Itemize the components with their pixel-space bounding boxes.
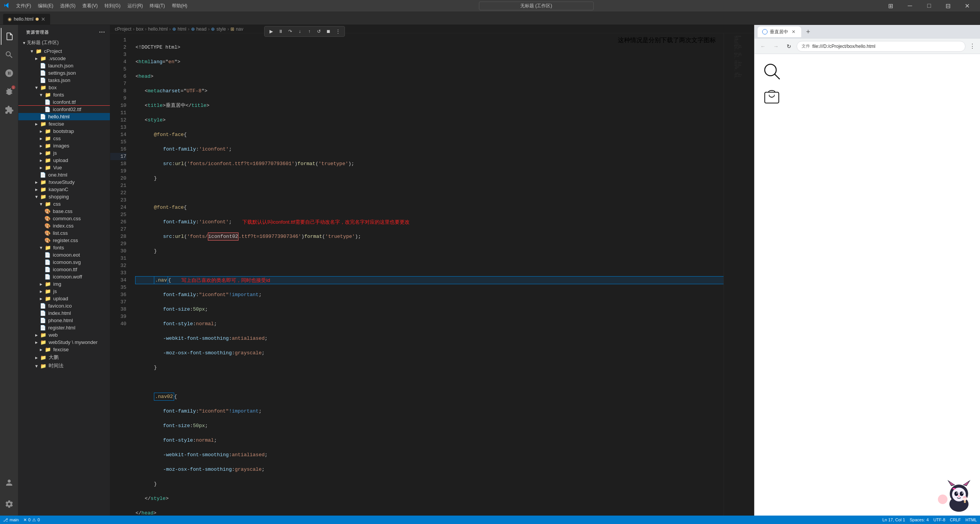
browser-forward-button[interactable]: → bbox=[771, 41, 781, 52]
sidebar-item-js2[interactable]: ▸ 📁 js bbox=[18, 288, 110, 295]
debug-stepover[interactable]: ↷ bbox=[286, 27, 294, 36]
debug-continue[interactable]: ▶ bbox=[267, 27, 275, 36]
sidebar-item-kaoyc[interactable]: ▸ 📁 kaoyanC bbox=[18, 186, 110, 193]
sidebar-item-hello[interactable]: 📄 hello.html bbox=[18, 113, 110, 120]
activity-settings[interactable] bbox=[1, 496, 18, 513]
sidebar-item-iconfont02[interactable]: 📄 iconfont02.ttf bbox=[18, 106, 110, 113]
maximize-button[interactable]: □ bbox=[920, 0, 938, 11]
activity-git[interactable] bbox=[1, 65, 18, 82]
sidebar-item-shopping-fonts[interactable]: ▾ 📁 fonts bbox=[18, 244, 110, 251]
sidebar-item-register-html[interactable]: 📄 register.html bbox=[18, 324, 110, 331]
status-spaces[interactable]: Spaces: 4 bbox=[910, 517, 929, 522]
debug-stepin[interactable]: ↓ bbox=[296, 27, 304, 36]
activity-accounts[interactable] bbox=[1, 474, 18, 491]
menu-help[interactable]: 帮助(H) bbox=[169, 2, 191, 10]
tab-close-button[interactable]: ✕ bbox=[41, 16, 46, 22]
browser-address-bar[interactable]: 文件 file:///D:/cProject/box/hello.html bbox=[797, 41, 965, 52]
debug-restart[interactable]: ↺ bbox=[315, 27, 323, 36]
sidebar-item-iconfont[interactable]: 📄 iconfont.ttf bbox=[18, 98, 110, 106]
sidebar-item-upload2[interactable]: ▸ 📁 upload bbox=[18, 295, 110, 302]
debug-more[interactable]: ⋮ bbox=[334, 27, 342, 36]
sidebar-item-shopping[interactable]: ▾ 📁 shopping bbox=[18, 193, 110, 200]
debug-stop[interactable]: ⏹ bbox=[324, 27, 333, 36]
browser-new-tab-button[interactable]: + bbox=[803, 26, 813, 37]
menu-view[interactable]: 查看(V) bbox=[79, 2, 101, 10]
sidebar-item-images[interactable]: ▸ 📁 images bbox=[18, 142, 110, 149]
sidebar-item-bootstrap[interactable]: ▸ 📁 bootstrap bbox=[18, 128, 110, 135]
sidebar-item-shijianfa[interactable]: ▾ 📁 时间法 bbox=[18, 362, 110, 370]
sidebar-item-box[interactable]: ▾ 📁 box bbox=[18, 84, 110, 91]
workspace-title[interactable]: ▾ 无标题 (工作区) bbox=[18, 38, 110, 47]
sidebar-item-icomoon-svg[interactable]: 📄 icomoon.svg bbox=[18, 259, 110, 266]
sidebar-item-fexcise[interactable]: ▸ 📁 fexcise bbox=[18, 120, 110, 128]
status-branch[interactable]: ⎇ main bbox=[3, 517, 19, 522]
sidebar-item-js[interactable]: ▸ 📁 js bbox=[18, 149, 110, 157]
status-language[interactable]: HTML bbox=[965, 517, 977, 522]
breadcrumb-head[interactable]: head bbox=[196, 26, 207, 32]
menu-goto[interactable]: 转到(G) bbox=[101, 2, 123, 10]
menu-select[interactable]: 选择(S) bbox=[57, 2, 78, 10]
sidebar-item-index-css[interactable]: 🎨 index.css bbox=[18, 222, 110, 229]
status-position[interactable]: Ln 17, Col 1 bbox=[882, 517, 905, 522]
debug-pause[interactable]: ⏸ bbox=[276, 27, 285, 36]
sidebar-item-vue[interactable]: ▸ 📁 Vue bbox=[18, 164, 110, 171]
sidebar-item-web[interactable]: ▸ 📁 web bbox=[18, 331, 110, 339]
sidebar-item-icomoon-ttf[interactable]: 📄 icomoon.ttf bbox=[18, 266, 110, 273]
activity-extensions[interactable] bbox=[1, 102, 18, 118]
tile-button[interactable]: ⊟ bbox=[939, 0, 957, 11]
status-errors[interactable]: ✕ 0 ⚠ 0 bbox=[23, 517, 40, 522]
editor-tab[interactable]: ◉ hello.html ✕ bbox=[3, 14, 50, 25]
sidebar-item-common-css[interactable]: 🎨 common.css bbox=[18, 215, 110, 222]
sidebar-item-hxvue[interactable]: ▸ 📁 hxvueStudy bbox=[18, 178, 110, 186]
browser-back-button[interactable]: ← bbox=[758, 41, 768, 52]
code-editor[interactable]: 12345 678910 1112131415 1617 1819202122 … bbox=[110, 33, 754, 516]
sidebar-item-icomoon-woff[interactable]: 📄 icomoon.woff bbox=[18, 273, 110, 280]
sidebar-item-launch[interactable]: 📄 launch.json bbox=[18, 62, 110, 69]
breadcrumb-nav[interactable]: nav bbox=[236, 26, 243, 32]
title-search[interactable]: 无标题 (工作区) bbox=[479, 2, 594, 10]
debug-stepout[interactable]: ↑ bbox=[305, 27, 314, 36]
close-button[interactable]: ✕ bbox=[959, 0, 976, 11]
sidebar-item-fexcise2[interactable]: ▸ 📁 fexcise bbox=[18, 346, 110, 353]
sidebar-item-tasks[interactable]: 📄 tasks.json bbox=[18, 77, 110, 84]
status-eol[interactable]: CRLF bbox=[950, 517, 961, 522]
minimize-button[interactable]: ─ bbox=[901, 0, 919, 11]
sidebar-item-dapeng[interactable]: ▸ 📁 大鹏 bbox=[18, 353, 110, 362]
sidebar-item-img[interactable]: ▸ 📁 img bbox=[18, 280, 110, 288]
code-content[interactable]: <!DOCTYPE html> <html lang="en"> <head> … bbox=[129, 33, 724, 516]
activity-explorer[interactable] bbox=[1, 28, 18, 45]
sidebar-item-upload[interactable]: ▸ 📁 upload bbox=[18, 157, 110, 164]
sidebar-item-webstudy[interactable]: ▸ 📁 webStudy \ mywonder bbox=[18, 339, 110, 346]
browser-tab-active[interactable]: 垂直居中 ✕ bbox=[758, 26, 801, 37]
sidebar-item-index-html[interactable]: 📄 index.html bbox=[18, 309, 110, 317]
sidebar-item-phone-html[interactable]: 📄 phone.html bbox=[18, 317, 110, 324]
sidebar-item-one[interactable]: 📄 one.html bbox=[18, 171, 110, 178]
sidebar-item-favicon[interactable]: 📄 favicon.ico bbox=[18, 302, 110, 309]
sidebar-item-cProject[interactable]: ▾ 📁 cProject bbox=[18, 47, 110, 55]
browser-menu-button[interactable]: ⋮ bbox=[968, 42, 977, 51]
menu-file[interactable]: 文件(F) bbox=[13, 2, 34, 10]
menu-run[interactable]: 运行(R) bbox=[124, 2, 146, 10]
activity-debug[interactable]: 1 bbox=[1, 83, 18, 100]
sidebar-item-fonts[interactable]: ▾ 📁 fonts bbox=[18, 91, 110, 98]
sidebar-item-vscode[interactable]: ▸ 📁 .vscode bbox=[18, 55, 110, 62]
sidebar-item-base-css[interactable]: 🎨 base.css bbox=[18, 208, 110, 215]
sidebar-item-icomoon-eot[interactable]: 📄 icomoon.eot bbox=[18, 251, 110, 259]
sidebar-item-shopping-css[interactable]: ▾ 📁 css bbox=[18, 200, 110, 208]
breadcrumb-html[interactable]: html bbox=[178, 26, 186, 32]
menu-terminal[interactable]: 终端(T) bbox=[147, 2, 168, 10]
browser-tab-close[interactable]: ✕ bbox=[791, 29, 797, 35]
breadcrumb-style[interactable]: style bbox=[216, 26, 226, 32]
sidebar-more[interactable]: ··· bbox=[99, 29, 105, 36]
activity-search[interactable] bbox=[1, 46, 18, 63]
breadcrumb-box[interactable]: box bbox=[136, 26, 143, 32]
breadcrumb-cproject[interactable]: cProject bbox=[115, 26, 131, 32]
breadcrumb-hello[interactable]: hello.html bbox=[148, 26, 168, 32]
sidebar-item-css[interactable]: ▸ 📁 css bbox=[18, 135, 110, 142]
sidebar-item-settings[interactable]: 📄 settings.json bbox=[18, 69, 110, 77]
sidebar-item-register-css[interactable]: 🎨 register.css bbox=[18, 237, 110, 244]
menu-edit[interactable]: 编辑(E) bbox=[35, 2, 56, 10]
browser-refresh-button[interactable]: ↻ bbox=[784, 41, 794, 52]
status-encoding[interactable]: UTF-8 bbox=[933, 517, 945, 522]
sidebar-item-list-css[interactable]: 🎨 list.css bbox=[18, 229, 110, 237]
